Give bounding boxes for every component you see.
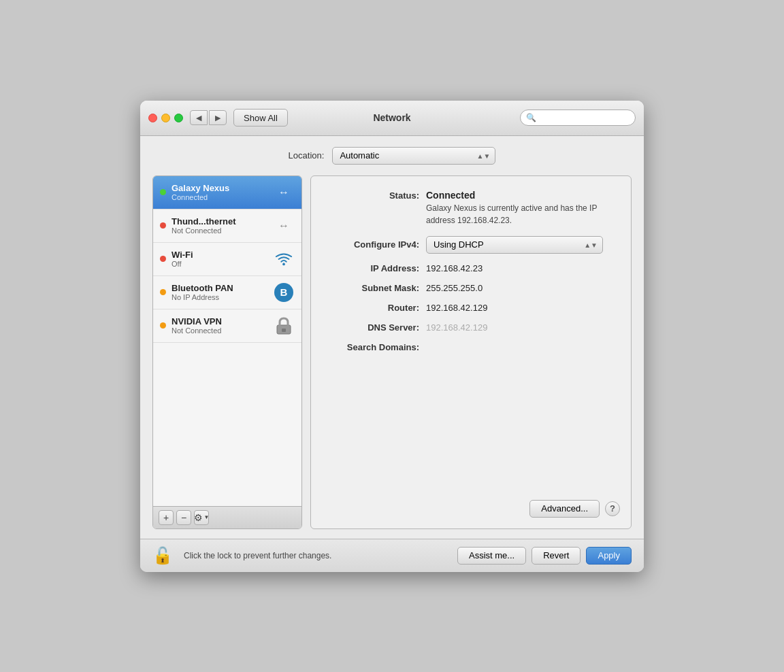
router-value: 192.168.42.129 (426, 303, 487, 313)
titlebar: ◀ ▶ Show All Network 🔍 (140, 101, 644, 136)
close-button[interactable] (148, 114, 157, 122)
footer: 🔓 Click the lock to prevent further chan… (140, 539, 644, 572)
configure-label: Configure IPv4: (327, 239, 426, 250)
ip-address-label: IP Address: (327, 263, 426, 273)
traffic-lights (148, 114, 183, 122)
arrows-icon: ↔ (278, 186, 289, 199)
location-select-wrapper: Automatic ▲▼ (332, 147, 495, 165)
status-dot-wifi (160, 256, 166, 262)
status-description: Galaxy Nexus is currently active and has… (426, 202, 615, 226)
dns-row: DNS Server: 192.168.42.129 (327, 322, 615, 333)
advanced-button[interactable]: Advanced... (529, 500, 600, 518)
router-label: Router: (327, 303, 426, 313)
network-window: ◀ ▶ Show All Network 🔍 Location: Automat… (140, 101, 644, 572)
location-select[interactable]: Automatic (332, 147, 495, 165)
network-name-wifi: Wi-Fi (172, 250, 267, 260)
network-icon-thunderbolt: ↔ (273, 215, 295, 237)
network-info-thunderbolt: Thund...thernet Not Connected (172, 216, 267, 235)
network-info-wifi: Wi-Fi Off (172, 250, 267, 268)
detail-panel: Status: Connected Galaxy Nexus is curren… (310, 175, 632, 529)
network-info-galaxy-nexus: Galaxy Nexus Connected (172, 183, 267, 201)
network-list: Galaxy Nexus Connected ↔ Thund...thernet… (153, 176, 301, 506)
assist-me-button[interactable]: Assist me... (457, 547, 526, 565)
search-domains-row: Search Domains: (327, 342, 615, 352)
network-status-wifi: Off (172, 260, 267, 268)
network-icon-galaxy-nexus: ↔ (273, 182, 295, 203)
search-input[interactable] (539, 113, 630, 122)
status-row: Status: Connected Galaxy Nexus is curren… (327, 190, 615, 226)
network-status-bluetooth: No IP Address (172, 293, 267, 301)
router-row: Router: 192.168.42.129 (327, 303, 615, 313)
subnet-row: Subnet Mask: 255.255.255.0 (327, 283, 615, 293)
network-status-vpn: Not Connected (172, 326, 267, 335)
nav-arrows: ◀ ▶ (190, 110, 227, 125)
forward-button[interactable]: ▶ (209, 110, 227, 125)
status-dot-thunderbolt (160, 222, 166, 229)
content-area: Location: Automatic ▲▼ Galaxy Nexus (140, 136, 644, 539)
location-label: Location: (289, 150, 325, 161)
configure-row: Configure IPv4: Using DHCP ▲▼ (327, 236, 615, 254)
vpn-lock-icon (275, 316, 293, 335)
footer-buttons: Assist me... Revert Apply (457, 547, 632, 565)
search-box[interactable]: 🔍 (520, 110, 636, 126)
wifi-icon (274, 252, 293, 267)
dns-label: DNS Server: (327, 322, 426, 333)
network-icon-bluetooth: B (273, 282, 295, 303)
network-status-thunderbolt: Not Connected (172, 226, 267, 235)
network-info-vpn: NVIDIA VPN Not Connected (172, 316, 267, 335)
status-value: Connected (426, 190, 475, 201)
network-name-thunderbolt: Thund...thernet (172, 216, 267, 226)
minimize-button[interactable] (161, 114, 170, 122)
apply-button[interactable]: Apply (586, 547, 632, 565)
gear-icon: ⚙ (194, 512, 203, 523)
show-all-button[interactable]: Show All (233, 109, 288, 127)
help-button[interactable]: ? (605, 501, 620, 516)
status-dot-galaxy-nexus (160, 189, 166, 195)
search-domains-label: Search Domains: (327, 342, 426, 352)
network-settings-button[interactable]: ⚙ ▼ (194, 510, 209, 525)
sidebar-item-wifi[interactable]: Wi-Fi Off (153, 243, 301, 276)
detail-bottom: Advanced... ? (529, 500, 620, 518)
network-icon-wifi (273, 248, 295, 270)
ip-address-row: IP Address: 192.168.42.23 (327, 263, 615, 273)
main-panel: Galaxy Nexus Connected ↔ Thund...thernet… (152, 175, 632, 529)
network-icon-vpn (273, 315, 295, 337)
svg-rect-2 (282, 329, 286, 332)
location-row: Location: Automatic ▲▼ (152, 147, 632, 165)
status-value-group: Connected Galaxy Nexus is currently acti… (426, 190, 615, 226)
ip-address-value: 192.168.42.23 (426, 263, 483, 273)
subnet-label: Subnet Mask: (327, 283, 426, 293)
search-icon: 🔍 (526, 113, 536, 122)
network-info-bluetooth: Bluetooth PAN No IP Address (172, 283, 267, 301)
svg-point-0 (282, 263, 285, 265)
network-name-bluetooth: Bluetooth PAN (172, 283, 267, 293)
configure-ipv4-select[interactable]: Using DHCP (426, 236, 603, 254)
network-sidebar: Galaxy Nexus Connected ↔ Thund...thernet… (152, 175, 302, 529)
sidebar-item-galaxy-nexus[interactable]: Galaxy Nexus Connected ↔ (153, 176, 301, 209)
arrows-icon-thunderbolt: ↔ (278, 220, 289, 232)
remove-network-button[interactable]: − (176, 510, 191, 525)
sidebar-toolbar: + − ⚙ ▼ (153, 506, 301, 528)
status-dot-bluetooth (160, 289, 166, 295)
sidebar-item-nvidia-vpn[interactable]: NVIDIA VPN Not Connected (153, 309, 301, 343)
status-label: Status: (327, 190, 426, 201)
network-name-galaxy-nexus: Galaxy Nexus (172, 183, 267, 193)
sidebar-item-bluetooth[interactable]: Bluetooth PAN No IP Address B (153, 276, 301, 309)
network-name-vpn: NVIDIA VPN (172, 316, 267, 326)
gear-dropdown-arrow-icon: ▼ (204, 514, 210, 520)
revert-button[interactable]: Revert (532, 547, 581, 565)
subnet-value: 255.255.255.0 (426, 283, 483, 293)
sidebar-item-thunderbolt[interactable]: Thund...thernet Not Connected ↔ (153, 209, 301, 243)
add-network-button[interactable]: + (159, 510, 174, 525)
lock-icon[interactable]: 🔓 (152, 546, 173, 565)
bluetooth-icon: B (274, 283, 293, 302)
configure-select-wrapper: Using DHCP ▲▼ (426, 236, 603, 254)
back-button[interactable]: ◀ (190, 110, 208, 125)
footer-lock-text: Click the lock to prevent further change… (184, 551, 449, 560)
status-dot-vpn (160, 322, 166, 329)
dns-value: 192.168.42.129 (426, 322, 487, 333)
network-status-galaxy-nexus: Connected (172, 193, 267, 201)
window-title: Network (373, 112, 410, 123)
maximize-button[interactable] (174, 114, 183, 122)
